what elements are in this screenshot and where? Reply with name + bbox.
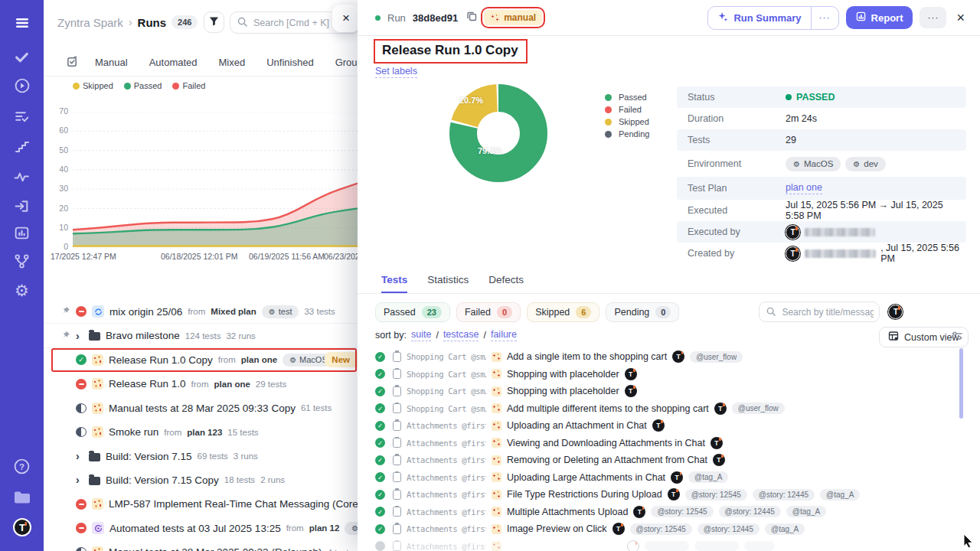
run-group-row[interactable]: › Build: Version 7.15 Copy 18 tests 2 ru…	[44, 468, 358, 492]
expand-chevron-icon[interactable]: ›	[76, 330, 83, 342]
tab-automated[interactable]: Automated	[139, 57, 208, 68]
run-title: Release Run 1.0 Copy	[382, 43, 518, 57]
status-passed-icon: ✓	[375, 524, 385, 534]
status-stopped-icon	[76, 306, 87, 317]
tab-mixed[interactable]: Mixed	[208, 57, 256, 68]
test-row[interactable]: ✓ Shopping Cart @sm… Shopping with place…	[375, 366, 972, 383]
assignee-filter-avatar[interactable]: T	[888, 305, 903, 319]
panel-close-button[interactable]: ×	[332, 5, 360, 32]
sort-suite-link[interactable]: suite	[411, 329, 431, 341]
run-summary-button[interactable]: Run Summary ···	[707, 6, 838, 30]
run-group-row[interactable]: › Build: Version 7.15 69 tests 3 runs	[44, 444, 358, 468]
sort-failure-link[interactable]: failure	[491, 329, 517, 341]
donut-label-skipped: 20.7%	[459, 96, 483, 105]
scrollbar-thumb[interactable]	[959, 348, 963, 419]
user-avatar: T	[786, 246, 800, 261]
run-row-selected[interactable]: ✓ Release Run 1.0 Copy from plan one ⚙Ma…	[44, 348, 358, 372]
menu-icon[interactable]	[0, 15, 44, 31]
tests-search-input[interactable]	[780, 306, 875, 318]
tab-defects[interactable]: Defects	[488, 274, 524, 293]
runs-icon[interactable]	[0, 77, 44, 94]
sort-testcase-link[interactable]: testcase	[443, 329, 479, 341]
more-actions-button[interactable]: ···	[920, 7, 946, 28]
run-row[interactable]: Manual tests at 28 Mar 2025 09:33 (Relau…	[44, 540, 358, 551]
search-icon	[237, 16, 247, 30]
manual-run-icon	[92, 378, 103, 390]
test-row[interactable]: ✓ Attachments @first Image Preview on Cl…	[375, 520, 972, 538]
test-cases-icon[interactable]	[0, 49, 44, 65]
test-row[interactable]: ✓ Attachments @first Uploading an Attach…	[375, 417, 972, 435]
status-inprogress-icon	[76, 547, 87, 551]
settings-gear-icon[interactable]: ⚙	[0, 282, 44, 298]
help-icon[interactable]: ?	[0, 458, 44, 475]
history-chart-legend: Skipped Passed Failed	[73, 81, 205, 90]
test-plan-link[interactable]: plan one	[786, 182, 822, 194]
y-tick: 10	[48, 223, 68, 232]
tests-search[interactable]	[759, 302, 880, 322]
run-row[interactable]: Automated tests at 03 Jul 2025 13:25 fro…	[44, 517, 358, 540]
test-row[interactable]: ✓ Attachments @first Uploading Large Att…	[375, 469, 972, 487]
filter-skipped-button[interactable]: Skipped6	[527, 302, 599, 322]
run-row[interactable]: mix origin 25/06 from Mixed plan ⚙test 3…	[44, 300, 358, 324]
manual-test-icon	[492, 507, 501, 517]
filter-button[interactable]	[204, 11, 224, 33]
run-row[interactable]: Release Run 1.0 from plan one 29 tests	[44, 372, 358, 396]
report-button[interactable]: Report	[846, 6, 913, 29]
clipboard-icon	[393, 403, 401, 413]
manual-run-icon	[92, 403, 103, 414]
reports-icon[interactable]	[0, 225, 44, 241]
expand-chevron-icon[interactable]: ›	[76, 450, 83, 462]
defects-icon[interactable]	[0, 198, 44, 214]
milestones-icon[interactable]	[0, 139, 44, 155]
test-row-partial[interactable]: Attachments @first	[375, 538, 972, 551]
runs-filter-tabs: Manual Automated Mixed Unfinished Groups…	[44, 49, 358, 77]
test-row[interactable]: ✓ Attachments @first File Type Restricti…	[375, 486, 972, 504]
search-icon	[766, 305, 776, 319]
copy-icon[interactable]	[466, 11, 477, 24]
clipboard-icon	[393, 421, 401, 431]
run-row[interactable]: Smoke run from plan 123 15 tests	[44, 420, 358, 444]
repositories-icon[interactable]	[0, 253, 44, 269]
filter-failed-button[interactable]: Failed0	[456, 302, 521, 322]
expand-chevron-icon[interactable]: ›	[76, 474, 83, 486]
filter-passed-button[interactable]: Passed23	[375, 302, 450, 322]
legend-dot-failed	[605, 106, 612, 113]
tab-groups[interactable]: Groups	[325, 57, 358, 68]
workspace-avatar[interactable]: T	[0, 517, 44, 537]
activity-icon[interactable]	[0, 169, 44, 185]
runs-search-input[interactable]	[252, 17, 344, 29]
run-from-label: from	[188, 307, 205, 316]
test-row[interactable]: ✓ Shopping Cart @sm… Add a single item t…	[375, 348, 972, 366]
bulk-select-icon[interactable]	[44, 56, 84, 70]
filter-pending-button[interactable]: Pending0	[606, 302, 679, 322]
env-badge: ⚙test	[345, 522, 358, 535]
tab-tests[interactable]: Tests	[381, 274, 407, 293]
test-row[interactable]: ✓ Attachments @first Multiple Attachment…	[375, 504, 972, 521]
new-flag: New	[325, 352, 358, 367]
test-row[interactable]: ✓ Attachments @first Removing or Deletin…	[375, 452, 972, 469]
status-stopped-icon	[76, 499, 87, 510]
tab-statistics[interactable]: Statistics	[427, 274, 469, 293]
tab-manual[interactable]: Manual	[84, 57, 139, 68]
results-icon[interactable]	[0, 109, 44, 125]
assignee-avatar	[627, 540, 639, 551]
app-sidebar: ⚙ ? T	[0, 0, 44, 551]
set-labels-link[interactable]: Set labels	[375, 66, 417, 78]
run-summary-more-button[interactable]: ···	[811, 7, 838, 29]
run-row[interactable]: Manual tests at 28 Mar 2025 09:33 Copy 6…	[44, 396, 358, 420]
manual-test-icon	[492, 541, 501, 551]
run-row[interactable]: LMP-587 Implement Real-Time Chat Messagi…	[44, 492, 358, 516]
run-group-row[interactable]: › Bravo milestone 124 tests 32 runs	[44, 324, 358, 347]
projects-folder-icon[interactable]	[0, 490, 44, 505]
annotation-title-box: Release Run 1.0 Copy	[374, 39, 528, 64]
y-tick: 0	[48, 242, 68, 251]
test-row[interactable]: ✓ Attachments @first Viewing and Downloa…	[375, 435, 972, 452]
tab-unfinished[interactable]: Unfinished	[256, 57, 324, 68]
test-row[interactable]: ✓ Shopping Cart @sm… Shopping with place…	[375, 383, 972, 400]
test-row[interactable]: ✓ Shopping Cart @sm… Add multiple differ…	[375, 400, 972, 418]
view-settings-icon[interactable]	[951, 330, 963, 345]
breadcrumb-project[interactable]: Zyntra Spark	[57, 16, 123, 29]
drawer-close-icon[interactable]: ×	[953, 10, 968, 26]
info-row-tests: Tests 29	[677, 129, 966, 151]
user-avatar: T	[786, 225, 800, 240]
